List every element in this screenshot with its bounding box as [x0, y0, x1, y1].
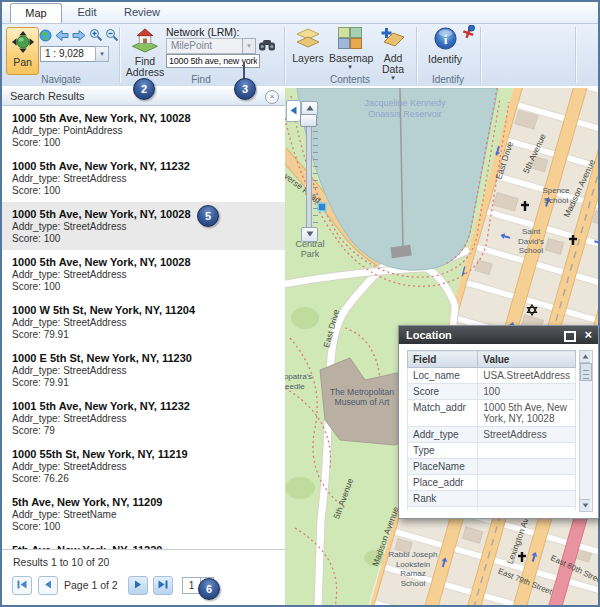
zoom-slider-down-button[interactable]: [301, 227, 318, 242]
scroll-down-button[interactable]: [580, 499, 590, 511]
group-label-navigate: Navigate: [16, 74, 106, 85]
chevron-down-icon: ▾: [247, 42, 251, 49]
result-addr-type: Addr_type: StreetName: [12, 509, 275, 521]
attribute-row: Place_addr: [408, 475, 576, 491]
search-result-item[interactable]: 5th Ave, New York, NY, 11209Addr_type: S…: [2, 490, 285, 538]
search-results-title: Search Results: [10, 90, 85, 102]
identify-label: Identify: [426, 54, 464, 65]
attribute-field: [408, 507, 478, 511]
layers-icon: [295, 26, 321, 50]
result-addr-type: Addr_type: StreetAddress: [12, 317, 275, 329]
full-extent-button[interactable]: [38, 28, 53, 42]
search-input[interactable]: [166, 54, 260, 68]
basemap-button[interactable]: Basemap ▾: [329, 26, 371, 70]
network-value: MilePoint: [171, 40, 212, 51]
search-result-item[interactable]: 1000 W 5th St, New York, NY, 11204Addr_t…: [2, 298, 285, 346]
identify-icon: i: [433, 26, 458, 51]
search-result-item[interactable]: 1001 5th Ave, New York, NY, 11232Addr_ty…: [2, 394, 285, 442]
tab-map[interactable]: Map: [10, 3, 62, 23]
column-header-field: Field: [408, 351, 478, 368]
map-label-reservoir: Jacqueline Kennedy Onassis Reservoir: [355, 98, 455, 120]
result-addr-type: Addr_type: StreetAddress: [12, 461, 275, 473]
column-header-value: Value: [478, 351, 576, 368]
result-score: Score: 100: [12, 185, 275, 197]
attribute-row: Score100: [408, 384, 576, 400]
result-address: 1001 5th Ave, New York, NY, 11232: [12, 400, 275, 412]
attribute-field: Type: [408, 443, 478, 459]
location-popup-titlebar[interactable]: Location ×: [399, 326, 598, 344]
close-icon: ×: [270, 92, 275, 101]
zoom-slider-handle[interactable]: [300, 114, 317, 127]
triangle-down-icon: [306, 231, 314, 237]
attribute-value: 1000 5th Ave, New York, NY, 10028: [478, 400, 576, 427]
map-label-saint-davids-school: Saint David's School: [511, 227, 551, 256]
search-result-item[interactable]: 1000 5th Ave, New York, NY, 11232Addr_ty…: [2, 154, 285, 202]
search-result-item[interactable]: 1000 55th St, New York, NY, 11219Addr_ty…: [2, 442, 285, 490]
result-score: Score: 79.91: [12, 329, 275, 341]
next-extent-button[interactable]: [71, 28, 86, 42]
attribute-field: Rank: [408, 491, 478, 507]
page-indicator: Page 1 of 2: [64, 579, 118, 591]
add-data-button[interactable]: Add Data ▾: [372, 26, 414, 81]
zoom-slider-ticks: [313, 117, 318, 225]
attribute-value: [478, 507, 576, 511]
maximize-icon[interactable]: [564, 331, 576, 342]
pan-label: Pan: [7, 56, 38, 68]
scale-dropdown-button[interactable]: ▾: [95, 46, 109, 62]
search-result-item[interactable]: 1000 5th Ave, New York, NY, 10028Addr_ty…: [2, 250, 285, 298]
close-panel-button[interactable]: ×: [265, 90, 279, 104]
scroll-thumb[interactable]: [580, 363, 592, 381]
previous-page-button[interactable]: [38, 576, 58, 595]
group-divider: [480, 27, 481, 83]
result-addr-type: Addr_type: StreetAddress: [12, 365, 275, 377]
attribute-row: Match_addr1000 5th Ave, New York, NY, 10…: [408, 400, 576, 427]
zoom-slider-track[interactable]: [306, 115, 312, 228]
zoom-out-icon: [105, 28, 119, 42]
first-page-icon: [17, 580, 27, 589]
scale-combobox[interactable]: 1 : 9,028: [40, 46, 99, 62]
zoom-in-button[interactable]: [88, 28, 103, 42]
close-popup-button[interactable]: ×: [584, 327, 592, 343]
search-result-item[interactable]: 1000 E 5th St, New York, NY, 11230Addr_t…: [2, 346, 285, 394]
next-page-icon: [134, 580, 142, 589]
result-score: Score: 76.26: [12, 473, 275, 485]
pan-button[interactable]: Pan: [6, 27, 39, 75]
next-page-button[interactable]: [128, 576, 148, 595]
result-addr-type: Addr_type: StreetAddress: [12, 221, 275, 233]
triangle-up-icon: [582, 354, 589, 359]
scroll-up-button[interactable]: [580, 351, 590, 363]
attribute-value: 100: [478, 384, 576, 400]
layers-button[interactable]: Layers: [290, 26, 326, 64]
collapse-panel-button[interactable]: [286, 100, 301, 122]
chevron-down-icon: ▾: [100, 50, 104, 57]
search-result-item[interactable]: 1000 5th Ave, New York, NY, 10028Addr_ty…: [2, 106, 285, 154]
first-page-button[interactable]: [12, 576, 32, 595]
attribute-value: USA.StreetAddress: [478, 368, 576, 384]
add-data-icon: [380, 26, 406, 50]
last-page-button[interactable]: [153, 576, 173, 595]
previous-extent-button[interactable]: [54, 28, 69, 42]
attribute-row: Rank: [408, 491, 576, 507]
locate-button[interactable]: [258, 38, 276, 52]
attribute-value: [478, 459, 576, 475]
result-score: Score: 100: [12, 137, 275, 149]
identify-at-point-button[interactable]: [460, 25, 475, 39]
callout-badge-6: 6: [198, 578, 220, 600]
attribute-field: PlaceName: [408, 459, 478, 475]
attribute-row: [408, 507, 576, 511]
result-score: Score: 79.91: [12, 377, 275, 389]
popup-scrollbar[interactable]: [579, 350, 593, 512]
identify-button[interactable]: i Identify: [426, 26, 464, 65]
arrow-right-icon: [72, 29, 86, 42]
zoom-out-button[interactable]: [104, 28, 119, 42]
search-result-item[interactable]: 1000 5th Ave, New York, NY, 10028Addr_ty…: [2, 202, 285, 250]
results-footer: Results 1 to 10 of 20 Page 1 of 2: [2, 549, 285, 605]
map-label-spence-school: Spence School: [536, 186, 576, 205]
result-score: Score: 100: [12, 281, 275, 293]
attribute-field: Match_addr: [408, 400, 478, 427]
result-score: Score: 79: [12, 425, 275, 437]
attribute-row: Addr_typeStreetAddress: [408, 427, 576, 443]
tab-review[interactable]: Review: [114, 3, 170, 22]
result-address: 1000 E 5th St, New York, NY, 11230: [12, 352, 275, 364]
tab-edit[interactable]: Edit: [64, 3, 110, 22]
